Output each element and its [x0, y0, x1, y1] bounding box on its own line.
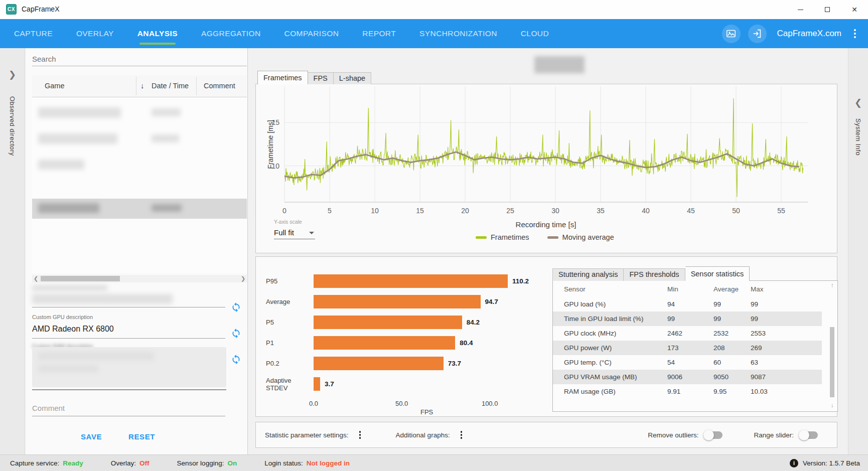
- column-header-game[interactable]: Game: [45, 82, 65, 90]
- scroll-right-icon[interactable]: ❯: [239, 275, 247, 282]
- bar: [314, 274, 508, 288]
- svg-text:40: 40: [642, 207, 650, 215]
- nav-tab-report[interactable]: REPORT: [362, 19, 396, 48]
- sensor-table-row: RAM usage (GB)9.919.9510.03: [553, 384, 822, 399]
- info-icon[interactable]: i: [790, 459, 798, 467]
- tab-l-shape[interactable]: L-shape: [334, 72, 371, 84]
- bar-category-label: P1: [266, 339, 314, 347]
- status-value: Off: [139, 459, 150, 467]
- tab-fps[interactable]: FPS: [308, 72, 334, 84]
- range-slider-label: Range slider:: [754, 431, 794, 439]
- statistics-card: P95110.2Average94.7P584.2P180.4P0.273.7A…: [255, 256, 837, 417]
- sensor-value: 99: [713, 300, 721, 308]
- legend-moving-average: Moving average: [547, 233, 614, 241]
- sensor-column-header: Min: [667, 285, 678, 293]
- nav-tab-capture[interactable]: CAPTURE: [14, 19, 53, 48]
- redacted-ram-value: [38, 352, 154, 360]
- bar-row-adaptive-stdev: Adaptive STDEV3.7: [261, 377, 532, 391]
- scrollbar-thumb[interactable]: [830, 327, 834, 397]
- sort-arrow-icon[interactable]: ↓: [140, 82, 144, 90]
- nav-right-cluster: CapFrameX.com: [722, 19, 861, 48]
- bar: [314, 377, 320, 391]
- nav-tab-synchronization[interactable]: SYNCHRONIZATION: [419, 19, 497, 48]
- bar-value-label: 80.4: [460, 339, 473, 347]
- sensor-value: 63: [751, 359, 758, 366]
- record-list-header: Game ↓ Date / Time Comment: [32, 75, 247, 97]
- scroll-down-icon[interactable]: ↓: [828, 402, 836, 409]
- record-list: [32, 97, 247, 273]
- additional-graphs-menu-icon[interactable]: [456, 429, 467, 440]
- sensor-value: 9.95: [713, 388, 727, 395]
- nav-tab-analysis[interactable]: ANALYSIS: [137, 19, 178, 48]
- login-icon[interactable]: [748, 25, 767, 43]
- svg-text:15: 15: [416, 207, 424, 215]
- y-axis-scale-label: Y-axis scale: [274, 219, 302, 225]
- sensor-value: 9.91: [667, 388, 680, 395]
- frametimes-chart-card: 10150510152025303540455055Recording time…: [255, 84, 837, 253]
- svg-text:50: 50: [732, 207, 740, 215]
- minimize-button[interactable]: [787, 0, 814, 19]
- capframex-site-link[interactable]: CapFrameX.com: [777, 29, 841, 39]
- status-value: Not logged in: [307, 459, 350, 467]
- maximize-button[interactable]: [814, 0, 841, 19]
- bar-row-p1: P180.4: [261, 336, 532, 350]
- svg-text:20: 20: [461, 207, 469, 215]
- bar: [314, 295, 481, 308]
- expand-system-info-icon[interactable]: ❮: [848, 97, 868, 108]
- tab-fps-thresholds[interactable]: FPS thresholds: [624, 268, 685, 281]
- expand-left-panel-icon[interactable]: ❯: [0, 69, 25, 80]
- redacted-game-name: [38, 133, 117, 144]
- nav-tab-comparison[interactable]: COMPARISON: [284, 19, 339, 48]
- tab-frametimes[interactable]: Frametimes: [257, 71, 308, 84]
- more-menu-icon[interactable]: [849, 25, 861, 43]
- save-button[interactable]: SAVE: [81, 428, 102, 444]
- gpu-description-input[interactable]: [32, 322, 225, 336]
- search-input[interactable]: [32, 52, 247, 66]
- observed-directory-label: Observed directory: [9, 96, 16, 156]
- range-slider-toggle[interactable]: [800, 431, 818, 439]
- sensor-name: GPU VRAM usage (MB): [564, 373, 637, 381]
- sensor-value: 2462: [667, 330, 682, 337]
- tab-sensor-statistics[interactable]: Sensor statistics: [685, 266, 750, 281]
- scroll-left-icon[interactable]: ❮: [32, 275, 40, 282]
- bar-value-label: 94.7: [485, 298, 498, 305]
- scroll-up-icon[interactable]: ↑: [828, 282, 836, 289]
- bar-row-average: Average94.7: [261, 295, 532, 308]
- sensor-value: 99: [751, 300, 758, 308]
- refresh-gpu-description-button[interactable]: [228, 326, 243, 341]
- sensor-table-row: GPU temp. (°C)546063: [553, 355, 822, 370]
- y-axis-scale-value: Full fit: [274, 228, 294, 237]
- record-list-item[interactable]: [32, 129, 247, 149]
- scrollbar-thumb[interactable]: [41, 276, 120, 281]
- reset-button[interactable]: RESET: [128, 428, 155, 444]
- version-label: Version: 1.5.7 Beta: [803, 459, 860, 467]
- comment-input[interactable]: [32, 400, 225, 416]
- record-list-item-selected[interactable]: [32, 199, 247, 219]
- tab-stuttering-analysis[interactable]: Stuttering analysis: [552, 268, 624, 281]
- bar: [314, 336, 455, 350]
- horizontal-scrollbar: ❮ ❯: [32, 275, 247, 282]
- record-list-item[interactable]: [32, 103, 247, 123]
- sensor-table-row: Time in GPU load limit (%)999999: [553, 311, 822, 326]
- status-items: Capture service:ReadyOverlay:OffSensor l…: [0, 459, 377, 467]
- sensor-value: 99: [667, 315, 675, 323]
- refresh-ram-description-button[interactable]: [228, 352, 243, 367]
- record-list-item[interactable]: [32, 155, 247, 176]
- statistic-parameter-settings-menu-icon[interactable]: [355, 429, 366, 440]
- observed-directory-strip: ❯ Observed directory: [0, 48, 25, 454]
- status-bar: Capture service:ReadyOverlay:OffSensor l…: [0, 454, 868, 471]
- column-header-comment[interactable]: Comment: [204, 82, 235, 90]
- screenshot-icon[interactable]: [722, 25, 741, 43]
- refresh-cpu-description-button[interactable]: [228, 299, 243, 315]
- y-axis-scale-dropdown[interactable]: Full fit: [274, 228, 315, 239]
- remove-outliers-toggle[interactable]: [704, 431, 722, 439]
- close-button[interactable]: ✕: [841, 0, 868, 19]
- sensor-value: 269: [751, 344, 762, 352]
- nav-tab-cloud[interactable]: CLOUD: [521, 19, 549, 48]
- column-header-datetime[interactable]: Date / Time: [152, 82, 189, 90]
- nav-tab-aggregation[interactable]: AGGREGATION: [201, 19, 261, 48]
- legend-frametimes: Frametimes: [476, 233, 529, 241]
- nav-tab-overlay[interactable]: OVERLAY: [76, 19, 114, 48]
- redacted-date: [152, 204, 182, 212]
- statistic-parameter-settings-label: Statistic parameter settings:: [265, 431, 349, 439]
